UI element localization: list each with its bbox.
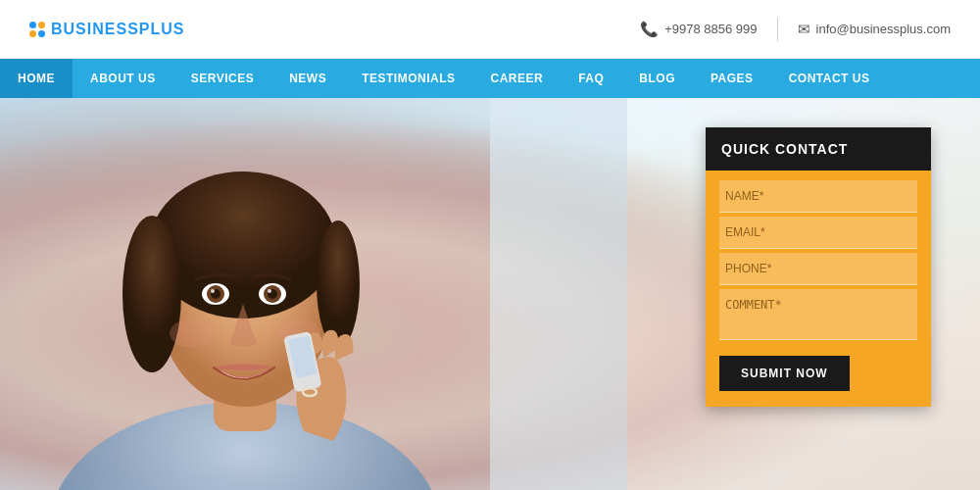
name-input[interactable]: [719, 180, 917, 213]
nav-item-pages[interactable]: PAGES: [693, 59, 771, 98]
phone-contact: 📞 +9978 8856 999: [640, 21, 757, 38]
logo-text: BUSINESSPLUS: [51, 21, 184, 38]
nav-item-contact[interactable]: CONTACT US: [771, 59, 888, 98]
email-address: info@businessplus.com: [816, 22, 951, 36]
nav-item-about[interactable]: ABOUT US: [73, 59, 173, 98]
dot-3: [29, 30, 36, 37]
dot-4: [38, 30, 45, 37]
nav-item-testimonials[interactable]: TESTIMONIALS: [344, 59, 472, 98]
email-icon: ✉: [798, 21, 810, 38]
contact-divider: [777, 18, 778, 41]
main-nav: HOME ABOUT US SERVICES NEWS TESTIMONIALS…: [0, 59, 980, 98]
nav-item-faq[interactable]: FAQ: [561, 59, 621, 98]
phone-input[interactable]: [719, 253, 917, 285]
hero-section: QUICK CONTACT SUBMIT NOW: [0, 98, 980, 490]
site-header: BUSINESSPLUS 📞 +9978 8856 999 ✉ info@bus…: [0, 0, 980, 59]
svg-point-15: [170, 319, 213, 347]
email-contact: ✉ info@businessplus.com: [798, 21, 951, 38]
nav-item-blog[interactable]: BLOG: [621, 59, 693, 98]
svg-point-5: [122, 216, 181, 372]
email-input[interactable]: [719, 217, 917, 249]
svg-point-14: [268, 289, 271, 293]
logo-brand: BUSINESS: [51, 21, 139, 37]
dot-2: [38, 22, 45, 28]
svg-point-10: [211, 289, 215, 293]
hero-person-svg: [0, 98, 627, 490]
submit-button[interactable]: SUBMIT NOW: [719, 356, 850, 391]
quick-contact-title: QUICK CONTACT: [706, 127, 931, 171]
quick-contact-form: QUICK CONTACT SUBMIT NOW: [706, 127, 931, 407]
nav-item-services[interactable]: SERVICES: [173, 59, 271, 98]
quick-contact-body: SUBMIT NOW: [706, 171, 931, 407]
nav-item-home[interactable]: HOME: [0, 59, 73, 98]
nav-item-career[interactable]: CAREER: [472, 59, 561, 98]
nav-item-news[interactable]: NEWS: [271, 59, 344, 98]
phone-icon: 📞: [640, 21, 659, 38]
header-contact: 📞 +9978 8856 999 ✉ info@businessplus.com: [640, 18, 951, 41]
svg-point-6: [317, 220, 360, 348]
logo[interactable]: BUSINESSPLUS: [29, 21, 184, 38]
dot-1: [29, 22, 36, 28]
logo-dots: [29, 22, 45, 37]
comment-input[interactable]: [719, 289, 917, 340]
phone-number: +9978 8856 999: [664, 22, 757, 36]
logo-suffix: PLUS: [139, 21, 185, 37]
